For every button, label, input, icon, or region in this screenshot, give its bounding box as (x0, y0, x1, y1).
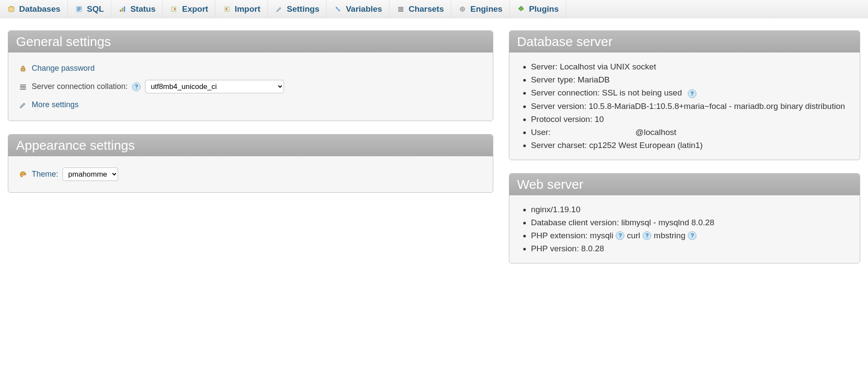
nav-tab-variables[interactable]: Variables (327, 0, 389, 18)
list-item: Server version: 10.5.8-MariaDB-1:10.5.8+… (531, 100, 849, 113)
engines-icon (458, 5, 467, 13)
panel-title: Appearance settings (8, 135, 493, 156)
help-icon[interactable]: ? (616, 231, 624, 240)
nav-tab-label: Export (182, 4, 208, 14)
top-nav: Databases SQL Status Export Import Setti… (0, 0, 868, 18)
theme-label: Theme: (32, 170, 58, 179)
help-icon[interactable]: ? (688, 89, 696, 98)
list-item: Server: Localhost via UNIX socket (531, 60, 849, 73)
nav-tab-label: Variables (346, 4, 382, 14)
php-ext: mbstring (654, 231, 686, 240)
list-item: Protocol version: 10 (531, 113, 849, 126)
svg-point-13 (23, 172, 23, 173)
wrench-icon (19, 101, 27, 109)
list-item: Server connection: SSL is not being used… (531, 86, 849, 100)
list-item: Server type: MariaDB (531, 73, 849, 86)
list-item: User: @localhost (531, 126, 849, 139)
collation-select[interactable]: utf8mb4_unicode_ci (145, 80, 284, 93)
nav-tab-label: SQL (87, 4, 104, 14)
help-icon[interactable]: ? (643, 231, 651, 240)
nav-tab-plugins[interactable]: Plugins (510, 0, 566, 18)
nav-tab-label: Engines (470, 4, 502, 14)
general-settings-panel: General settings Change password Server … (8, 30, 493, 121)
nav-tab-label: Databases (19, 4, 60, 14)
list-item: PHP extension: mysqli ? curl ? mbstring … (531, 229, 849, 242)
nav-tab-status[interactable]: Status (111, 0, 163, 18)
nav-tab-export[interactable]: Export (163, 0, 215, 18)
db-server-list: Server: Localhost via UNIX socket Server… (520, 60, 849, 152)
svg-point-14 (24, 173, 25, 174)
svg-point-12 (21, 173, 22, 174)
nav-tab-label: Import (234, 4, 260, 14)
sql-icon (75, 5, 83, 13)
web-server-panel: Web server nginx/1.19.10 Database client… (509, 173, 860, 263)
svg-rect-3 (122, 8, 123, 12)
import-icon (222, 5, 231, 13)
list-item: PHP version: 8.0.28 (531, 242, 849, 255)
collation-label: Server connection collation: (32, 82, 128, 91)
list-item: Server charset: cp1252 West European (la… (531, 139, 849, 152)
database-server-panel: Database server Server: Localhost via UN… (509, 30, 860, 160)
nav-tab-engines[interactable]: Engines (451, 0, 510, 18)
panel-title: Database server (509, 31, 860, 53)
list-item: Database client version: libmysql - mysq… (531, 216, 849, 229)
nav-tab-databases[interactable]: Databases (0, 0, 68, 18)
databases-icon (7, 5, 16, 13)
help-icon[interactable]: ? (688, 231, 696, 240)
list-item: nginx/1.19.10 (531, 203, 849, 216)
charsets-icon (396, 5, 405, 13)
lock-icon (19, 64, 27, 73)
nav-tab-label: Charsets (409, 4, 444, 14)
appearance-settings-panel: Appearance settings Theme: pmahomme (8, 134, 493, 193)
theme-select[interactable]: pmahomme (63, 168, 118, 181)
settings-icon (275, 5, 284, 13)
more-settings-link[interactable]: More settings (32, 100, 79, 109)
variables-icon (333, 5, 342, 13)
status-icon (118, 5, 127, 13)
main-content: General settings Change password Server … (0, 18, 868, 289)
nav-tab-label: Status (130, 4, 155, 14)
svg-rect-2 (120, 10, 121, 12)
nav-tab-label: Plugins (529, 4, 559, 14)
php-ext: curl (627, 231, 640, 240)
svg-rect-11 (21, 68, 25, 71)
nav-tab-charsets[interactable]: Charsets (389, 0, 451, 18)
php-ext: mysqli (590, 231, 614, 240)
palette-icon (19, 170, 27, 179)
panel-title: Web server (509, 174, 860, 195)
svg-point-10 (462, 8, 463, 10)
svg-rect-4 (124, 7, 125, 12)
nav-tab-import[interactable]: Import (215, 0, 267, 18)
plugins-icon (517, 5, 525, 13)
export-icon (170, 5, 178, 13)
panel-title: General settings (8, 31, 493, 53)
change-password-link[interactable]: Change password (32, 64, 95, 73)
php-ext-label: PHP extension: (531, 231, 588, 240)
list-icon (19, 82, 27, 91)
help-icon[interactable]: ? (132, 82, 141, 91)
web-server-list: nginx/1.19.10 Database client version: l… (520, 203, 849, 255)
nav-tab-settings[interactable]: Settings (268, 0, 327, 18)
nav-tab-sql[interactable]: SQL (68, 0, 111, 18)
nav-tab-label: Settings (287, 4, 320, 14)
